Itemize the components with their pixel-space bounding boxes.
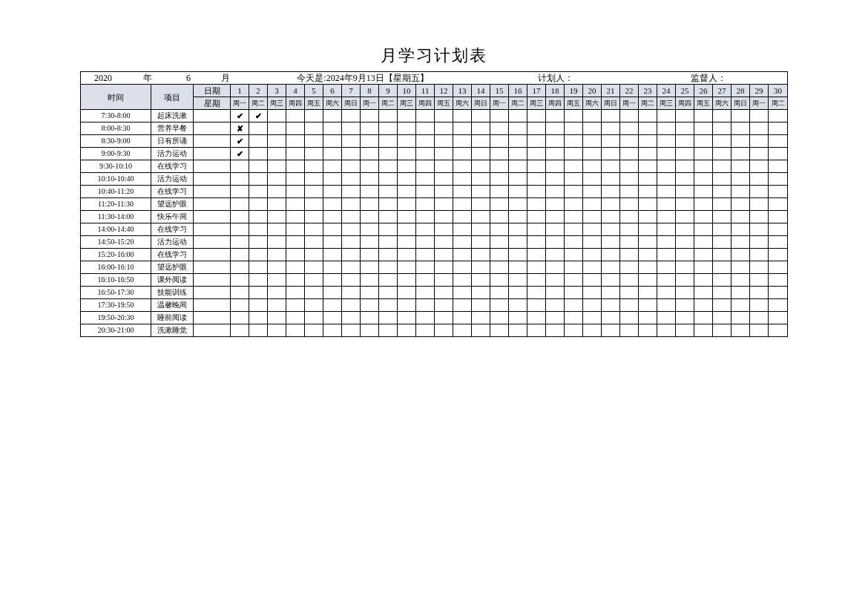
mark-cell[interactable]	[546, 160, 565, 173]
mark-cell[interactable]	[323, 148, 342, 160]
mark-cell[interactable]	[268, 312, 286, 324]
mark-cell[interactable]	[286, 198, 305, 211]
mark-cell[interactable]	[546, 324, 565, 337]
mark-cell[interactable]	[342, 223, 361, 236]
mark-cell[interactable]	[490, 186, 509, 198]
mark-cell[interactable]	[342, 324, 361, 337]
mark-cell[interactable]	[268, 223, 286, 236]
mark-cell[interactable]	[416, 186, 435, 198]
mark-cell[interactable]	[435, 223, 453, 236]
mark-cell[interactable]	[361, 123, 379, 135]
mark-cell[interactable]	[602, 198, 620, 211]
mark-cell[interactable]	[305, 186, 323, 198]
mark-cell[interactable]	[231, 261, 249, 274]
mark-cell[interactable]	[472, 135, 490, 148]
mark-cell[interactable]	[713, 186, 731, 198]
mark-cell[interactable]	[583, 223, 602, 236]
mark-cell[interactable]	[286, 261, 305, 274]
mark-cell[interactable]	[676, 274, 694, 287]
mark-cell[interactable]	[379, 249, 398, 261]
mark-cell[interactable]	[268, 148, 286, 160]
mark-cell[interactable]	[565, 287, 583, 299]
mark-cell[interactable]	[602, 261, 620, 274]
mark-cell[interactable]	[509, 261, 527, 274]
mark-cell[interactable]	[713, 160, 731, 173]
mark-cell[interactable]	[639, 148, 657, 160]
mark-cell[interactable]	[249, 299, 268, 312]
mark-cell[interactable]	[453, 249, 472, 261]
mark-cell[interactable]	[769, 324, 788, 337]
mark-cell[interactable]	[286, 312, 305, 324]
mark-cell[interactable]	[305, 211, 323, 223]
mark-cell[interactable]	[546, 249, 565, 261]
mark-cell[interactable]	[323, 223, 342, 236]
mark-cell[interactable]	[416, 198, 435, 211]
mark-cell[interactable]	[472, 198, 490, 211]
mark-cell[interactable]	[639, 198, 657, 211]
mark-cell[interactable]	[342, 135, 361, 148]
mark-cell[interactable]	[769, 135, 788, 148]
mark-cell[interactable]	[490, 324, 509, 337]
mark-cell[interactable]	[583, 236, 602, 249]
mark-cell[interactable]	[268, 160, 286, 173]
mark-cell[interactable]	[583, 148, 602, 160]
mark-cell[interactable]	[583, 312, 602, 324]
mark-cell[interactable]	[750, 173, 769, 186]
mark-cell[interactable]	[750, 223, 769, 236]
mark-cell[interactable]	[583, 110, 602, 123]
mark-cell[interactable]	[379, 274, 398, 287]
mark-cell[interactable]	[286, 223, 305, 236]
mark-cell[interactable]	[490, 123, 509, 135]
mark-cell[interactable]	[694, 160, 713, 173]
mark-cell[interactable]	[361, 198, 379, 211]
mark-cell[interactable]	[249, 123, 268, 135]
mark-cell[interactable]	[398, 160, 416, 173]
mark-cell[interactable]	[713, 324, 731, 337]
mark-cell[interactable]	[509, 173, 527, 186]
mark-cell[interactable]	[657, 110, 676, 123]
mark-cell[interactable]	[620, 274, 639, 287]
mark-cell[interactable]	[361, 236, 379, 249]
mark-cell[interactable]	[379, 148, 398, 160]
mark-cell[interactable]	[639, 261, 657, 274]
mark-cell[interactable]	[731, 324, 750, 337]
mark-cell[interactable]	[602, 173, 620, 186]
mark-cell[interactable]	[268, 324, 286, 337]
mark-cell[interactable]	[509, 198, 527, 211]
mark-cell[interactable]	[379, 123, 398, 135]
mark-cell[interactable]	[583, 135, 602, 148]
mark-cell[interactable]	[472, 186, 490, 198]
mark-cell[interactable]	[323, 274, 342, 287]
mark-cell[interactable]	[323, 135, 342, 148]
mark-cell[interactable]: ✔	[231, 110, 249, 123]
mark-cell[interactable]	[435, 211, 453, 223]
mark-cell[interactable]	[305, 324, 323, 337]
mark-cell[interactable]	[769, 110, 788, 123]
mark-cell[interactable]	[416, 110, 435, 123]
mark-cell[interactable]	[639, 211, 657, 223]
mark-cell[interactable]	[435, 261, 453, 274]
mark-cell[interactable]	[398, 211, 416, 223]
mark-cell[interactable]	[361, 324, 379, 337]
mark-cell[interactable]	[323, 110, 342, 123]
mark-cell[interactable]	[509, 186, 527, 198]
mark-cell[interactable]	[416, 173, 435, 186]
mark-cell[interactable]	[398, 324, 416, 337]
mark-cell[interactable]	[565, 236, 583, 249]
mark-cell[interactable]	[249, 160, 268, 173]
mark-cell[interactable]	[620, 211, 639, 223]
mark-cell[interactable]	[565, 274, 583, 287]
mark-cell[interactable]	[435, 249, 453, 261]
mark-cell[interactable]	[323, 160, 342, 173]
mark-cell[interactable]	[527, 135, 546, 148]
mark-cell[interactable]	[546, 135, 565, 148]
mark-cell[interactable]	[361, 287, 379, 299]
mark-cell[interactable]	[305, 312, 323, 324]
mark-cell[interactable]	[379, 299, 398, 312]
mark-cell[interactable]	[639, 312, 657, 324]
mark-cell[interactable]	[398, 110, 416, 123]
mark-cell[interactable]	[453, 312, 472, 324]
mark-cell[interactable]	[565, 110, 583, 123]
mark-cell[interactable]	[509, 287, 527, 299]
mark-cell[interactable]	[342, 148, 361, 160]
